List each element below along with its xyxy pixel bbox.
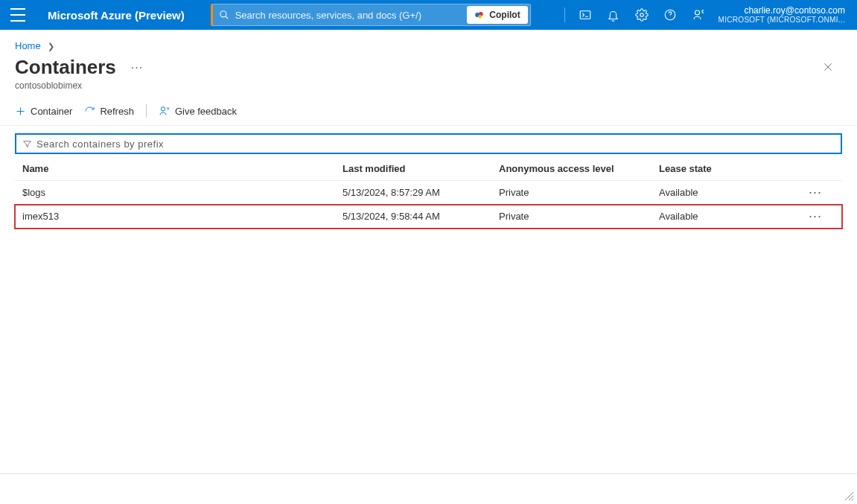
svg-line-14 <box>845 492 853 500</box>
top-header: Microsoft Azure (Preview) Copilot charli… <box>0 0 857 30</box>
svg-point-4 <box>479 15 482 19</box>
breadcrumb: Home ❯ <box>0 30 857 56</box>
global-search[interactable]: Copilot <box>211 4 531 26</box>
filter-icon <box>22 139 32 149</box>
chevron-right-icon: ❯ <box>48 42 54 51</box>
help-icon[interactable] <box>656 0 684 30</box>
page-subtitle: contosoblobimex <box>0 79 857 100</box>
refresh-label: Refresh <box>100 106 134 117</box>
filter-input[interactable] <box>36 138 835 150</box>
svg-point-6 <box>640 13 643 17</box>
user-account[interactable]: charlie.roy@contoso.com MICROSOFT (MICRO… <box>719 5 847 25</box>
table-row[interactable]: imex5135/13/2024, 9:58:44 AMPrivateAvail… <box>15 205 842 229</box>
search-input[interactable] <box>235 4 468 25</box>
table-header: Name Last modified Anonymous access leve… <box>15 157 842 181</box>
cell-last-modified: 5/13/2024, 8:57:29 AM <box>343 187 499 198</box>
breadcrumb-home[interactable]: Home <box>15 40 41 51</box>
copilot-icon <box>474 10 485 20</box>
cell-lease: Available <box>659 211 793 222</box>
give-feedback-button[interactable]: Give feedback <box>159 105 237 117</box>
notifications-icon[interactable] <box>599 0 628 30</box>
svg-line-16 <box>852 499 853 500</box>
user-org: MICROSOFT (MICROSOFT.ONMI... <box>719 16 845 25</box>
cell-name: imex513 <box>22 211 343 222</box>
title-more-icon[interactable]: ··· <box>131 61 143 74</box>
hamburger-menu-icon[interactable] <box>10 8 25 22</box>
table-row[interactable]: $logs5/13/2024, 8:57:29 AMPrivateAvailab… <box>15 181 842 205</box>
col-lease[interactable]: Lease state <box>659 163 793 174</box>
row-more-icon[interactable]: ··· <box>793 185 838 200</box>
svg-point-8 <box>695 10 699 15</box>
cell-name: $logs <box>22 187 343 198</box>
filter-containers[interactable] <box>15 133 842 154</box>
toolbar: Container Refresh Give feedback <box>0 100 857 126</box>
bottom-divider <box>0 473 857 474</box>
svg-point-13 <box>161 107 165 111</box>
new-container-label: Container <box>31 106 72 117</box>
cell-access: Private <box>499 187 659 198</box>
refresh-button[interactable]: Refresh <box>84 106 134 117</box>
close-icon[interactable] <box>823 60 833 76</box>
page-title: Containers <box>15 56 116 79</box>
header-icons: charlie.roy@contoso.com MICROSOFT (MICRO… <box>558 0 847 30</box>
cell-lease: Available <box>659 187 793 198</box>
user-email: charlie.roy@contoso.com <box>719 5 845 16</box>
cloud-shell-icon[interactable] <box>571 0 599 30</box>
brand-label[interactable]: Microsoft Azure (Preview) <box>48 9 185 22</box>
resize-handle-icon[interactable] <box>844 491 854 501</box>
svg-point-0 <box>220 11 226 17</box>
give-feedback-label: Give feedback <box>175 106 237 117</box>
col-last-modified[interactable]: Last modified <box>343 163 499 174</box>
svg-line-1 <box>225 16 228 19</box>
feedback-icon[interactable] <box>684 0 713 30</box>
svg-rect-5 <box>580 11 590 19</box>
settings-icon[interactable] <box>628 0 656 30</box>
col-access[interactable]: Anonymous access level <box>499 163 659 174</box>
title-row: Containers ··· <box>0 56 857 79</box>
copilot-button[interactable]: Copilot <box>467 6 527 24</box>
copilot-label: Copilot <box>489 10 520 20</box>
cell-last-modified: 5/13/2024, 9:58:44 AM <box>343 211 499 222</box>
row-more-icon[interactable]: ··· <box>793 208 838 224</box>
containers-table: Name Last modified Anonymous access leve… <box>15 157 842 229</box>
search-icon <box>219 10 229 20</box>
new-container-button[interactable]: Container <box>15 106 72 117</box>
cell-access: Private <box>499 211 659 222</box>
col-name[interactable]: Name <box>22 163 343 174</box>
